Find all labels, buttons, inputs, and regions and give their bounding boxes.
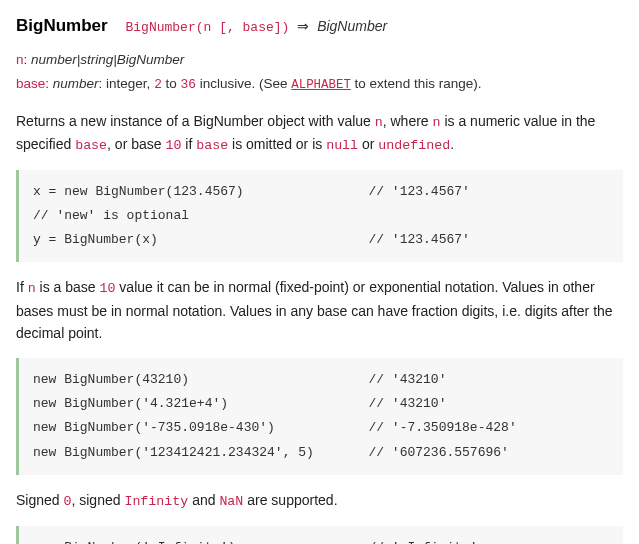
p1-t4: , or base [107, 136, 165, 152]
param-base-range2: 36 [181, 77, 196, 92]
param-base-type: number [53, 76, 99, 91]
p1-t5: if [181, 136, 196, 152]
p2-t2: is a base [36, 279, 100, 295]
code-example-3: new BigNumber('-Infinity') // '-Infinity… [16, 526, 623, 544]
return-arrow: ⇒ [297, 18, 309, 34]
p1-t1: Returns a new instance of a BigNumber ob… [16, 113, 375, 129]
p1-c3: base [75, 138, 107, 153]
p1-t8: . [450, 136, 454, 152]
param-base-desc2: to [162, 76, 181, 91]
p3-t1: Signed [16, 492, 63, 508]
code-example-1: x = new BigNumber(123.4567) // '123.4567… [16, 170, 623, 262]
p2-t1: If [16, 279, 28, 295]
p1-c7: undefined [378, 138, 450, 153]
p3-t2: , signed [71, 492, 124, 508]
p1-t2: , where [383, 113, 433, 129]
p1-t6: is omitted or is [228, 136, 326, 152]
p2-c2: 10 [99, 281, 115, 296]
param-base-range1: 2 [154, 77, 162, 92]
p1-c4: 10 [165, 138, 181, 153]
param-base-desc4: to extend this range). [351, 76, 482, 91]
p1-c1: n [375, 115, 383, 130]
description-1: Returns a new instance of a BigNumber ob… [16, 110, 623, 157]
method-header: BigNumber BigNumber(n [, base]) ⇒ BigNum… [16, 12, 623, 39]
p3-c3: NaN [219, 494, 243, 509]
alphabet-link[interactable]: ALPHABET [291, 78, 351, 92]
param-n: n: number|string|BigNumber [16, 49, 623, 71]
p3-t3: and [188, 492, 219, 508]
p3-t4: are supported. [243, 492, 337, 508]
param-base-name: base [16, 76, 45, 91]
description-3: Signed 0, signed Infinity and NaN are su… [16, 489, 623, 512]
p1-c6: null [326, 138, 358, 153]
param-base-desc1: : integer, [99, 76, 155, 91]
method-signature: BigNumber(n [, base]) [126, 20, 290, 35]
p3-c2: Infinity [124, 494, 188, 509]
param-base-desc3: inclusive. (See [196, 76, 291, 91]
p1-t7: or [358, 136, 378, 152]
code-example-2: new BigNumber(43210) // '43210' new BigN… [16, 358, 623, 474]
param-n-type: number|string|BigNumber [31, 52, 184, 67]
param-n-name: n [16, 52, 24, 67]
method-name: BigNumber [16, 16, 108, 35]
p2-c1: n [28, 281, 36, 296]
p1-c5: base [196, 138, 228, 153]
param-base: base: number: integer, 2 to 36 inclusive… [16, 73, 623, 96]
return-type: BigNumber [317, 18, 387, 34]
p1-c2: n [433, 115, 441, 130]
description-2: If n is a base 10 value it can be in nor… [16, 276, 623, 344]
